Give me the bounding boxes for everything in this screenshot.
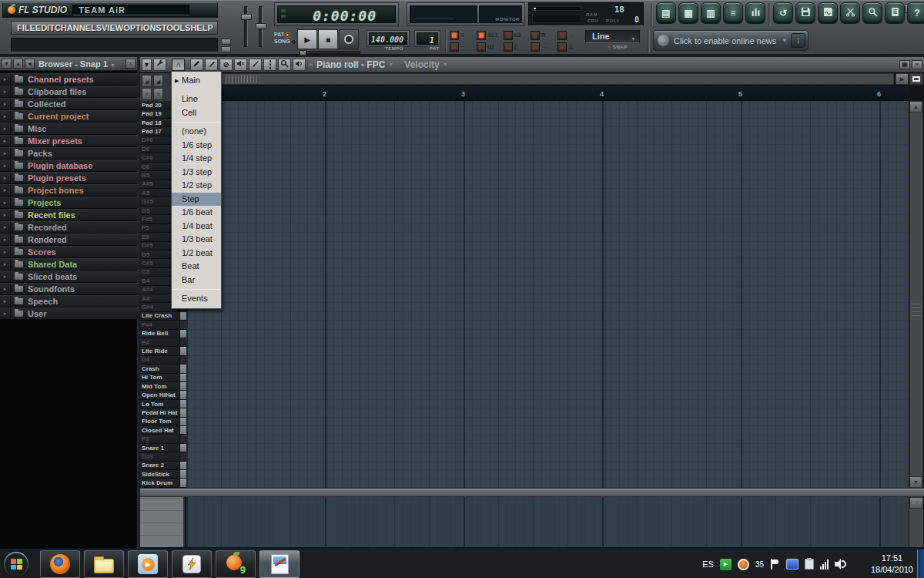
- hint-keyboard-icon[interactable]: [221, 39, 231, 45]
- menu-channels[interactable]: CHANNELS: [55, 23, 102, 32]
- master-volume-track[interactable]: [244, 6, 248, 47]
- wrench-button[interactable]: [153, 59, 166, 71]
- news-dropdown-icon[interactable]: ▼: [782, 37, 788, 44]
- browser-item-plugin-presets[interactable]: ▸Plugin presets: [0, 172, 139, 183]
- expand-arrow-icon[interactable]: ▸: [0, 298, 10, 304]
- key-mid-tom[interactable]: Mid Tom: [140, 382, 186, 391]
- browser-item-scores[interactable]: ▸Scores: [0, 246, 139, 257]
- key-floor-tom[interactable]: Floor Tom: [140, 418, 186, 426]
- taskbar-app-paint[interactable]: [259, 550, 300, 578]
- key-f-4[interactable]: F#4: [140, 321, 186, 329]
- global-snap-selector[interactable]: Line ▼: [585, 30, 640, 43]
- recording-options-toggle[interactable]: ~: [450, 42, 476, 52]
- snap-menu-item-step[interactable]: ›Step: [172, 193, 221, 207]
- tray-clipboard-icon[interactable]: [805, 559, 814, 570]
- playback-button[interactable]: [293, 59, 306, 71]
- expand-arrow-icon[interactable]: ▸: [0, 113, 10, 119]
- taskbar-app-media-player[interactable]: ▶: [128, 550, 168, 578]
- dropdown-button[interactable]: ▼: [142, 59, 152, 71]
- browser-item-soundfonts[interactable]: ▸Soundfonts: [0, 283, 139, 294]
- key-crash[interactable]: Crash: [140, 365, 186, 373]
- taskbar-app-fl-studio-9[interactable]: 9: [216, 550, 256, 578]
- step-edit-toggle[interactable]: ↔: [557, 30, 584, 41]
- step-sequencer-button[interactable]: ▦: [678, 2, 698, 24]
- browser-close-button[interactable]: ×: [126, 59, 136, 69]
- expand-arrow-icon[interactable]: ▸: [0, 200, 10, 206]
- key-pedal-hi-hat[interactable]: Pedal Hi Hat: [140, 408, 186, 417]
- mixer-button[interactable]: [745, 2, 765, 24]
- blend-notes-toggle[interactable]: ʃ: [504, 42, 530, 52]
- play-button[interactable]: ▶: [297, 29, 317, 49]
- scroll-right-button[interactable]: ▶: [896, 73, 909, 85]
- menu-view[interactable]: VIEW: [102, 23, 123, 32]
- browser-item-rendered[interactable]: ▸Rendered: [0, 234, 139, 245]
- taskbar-app-explorer[interactable]: [84, 550, 124, 578]
- browser-item-misc[interactable]: ▸Misc: [0, 123, 139, 134]
- expand-arrow-icon[interactable]: ▸: [0, 76, 10, 82]
- expand-arrow-icon[interactable]: ▸: [0, 101, 10, 107]
- show-desktop-button[interactable]: [917, 549, 924, 578]
- browser-item-speech[interactable]: ▸Speech: [0, 295, 139, 307]
- snap-menu-item-1-2-step[interactable]: ›1/2 step: [172, 179, 221, 193]
- slice-button[interactable]: [249, 59, 262, 71]
- expand-arrow-icon[interactable]: ▸: [0, 138, 10, 144]
- key-open-hihat[interactable]: Open HiHat: [140, 391, 186, 399]
- key-ride-bell[interactable]: Ride Bell: [140, 330, 186, 338]
- expand-arrow-icon[interactable]: ▸: [0, 261, 10, 267]
- menu-help[interactable]: HELP: [190, 23, 213, 32]
- expand-arrow-icon[interactable]: ▸: [0, 311, 10, 317]
- menu-options[interactable]: OPTIONS: [123, 23, 162, 32]
- wait-for-input-toggle[interactable]: Ш: [477, 42, 503, 52]
- scroll-follow-toggle[interactable]: →: [531, 42, 557, 52]
- expand-arrow-icon[interactable]: ▸: [0, 89, 10, 95]
- magnet-button[interactable]: ∩: [172, 59, 185, 71]
- note-grid[interactable]: [186, 101, 909, 488]
- browser-item-clipboard-files[interactable]: ▸Clipboard files: [0, 86, 139, 97]
- browser-item-shared-data[interactable]: ▸Shared Data: [0, 258, 139, 270]
- edison-button[interactable]: [840, 2, 860, 24]
- volume-icon[interactable]: [835, 559, 847, 570]
- master-volume-handle[interactable]: [241, 14, 252, 20]
- typing-keyboard-toggle[interactable]: ≡: [450, 30, 476, 41]
- key-f3[interactable]: F3: [140, 435, 186, 443]
- online-news-bar[interactable]: Click to enable online news ▼ ↓: [653, 30, 808, 51]
- browser-item-packs[interactable]: ▸Packs: [0, 147, 139, 159]
- vertical-scrollbar-thumb[interactable]: [911, 300, 922, 320]
- metronome-toggle[interactable]: Ш: [504, 30, 530, 41]
- multilink-controllers-toggle[interactable]: ⊥: [557, 42, 584, 52]
- expand-arrow-icon[interactable]: ▸: [0, 237, 10, 243]
- lane-collapse-button[interactable]: −: [909, 497, 923, 509]
- velocity-grid[interactable]: [186, 497, 909, 547]
- expand-arrow-icon[interactable]: ▸: [0, 274, 10, 280]
- snap-menu-item-1-4-step[interactable]: ›1/4 step: [172, 152, 221, 166]
- tray-green-play-icon[interactable]: ▶: [720, 559, 732, 570]
- key-lite-ride[interactable]: Lite Ride: [140, 347, 186, 355]
- time-display[interactable]: 0:00:00: [277, 5, 396, 23]
- countdown-toggle[interactable]: 321: [477, 30, 503, 41]
- taskbar-app-winamp[interactable]: [172, 550, 212, 578]
- expand-arrow-icon[interactable]: ▸: [0, 187, 10, 193]
- piano-roll-button[interactable]: ▥: [701, 2, 721, 24]
- tray-number[interactable]: 35: [755, 560, 764, 569]
- snap-menu-item-beat[interactable]: ›Beat: [172, 260, 221, 274]
- key-snare-1[interactable]: Snare 1: [140, 444, 186, 452]
- snap-menu-item-1-2-beat[interactable]: ›1/2 beat: [172, 247, 221, 260]
- browser-item-mixer-presets[interactable]: ▸Mixer presets: [0, 135, 139, 146]
- horizontal-scrollbar[interactable]: [186, 73, 894, 85]
- expand-arrow-icon[interactable]: ▸: [0, 249, 10, 255]
- key-closed-hat[interactable]: Closed Hat: [140, 426, 186, 435]
- key-hi-tom[interactable]: Hi Tom: [140, 374, 186, 382]
- taskbar-app-firefox[interactable]: [40, 550, 80, 578]
- browser-item-channel-presets[interactable]: ▸Channel presets: [0, 73, 139, 85]
- output-monitor[interactable]: MONITOR: [479, 5, 522, 23]
- save-as-wave-button[interactable]: [818, 2, 838, 24]
- snap-menu-item-cell[interactable]: ›Cell: [172, 106, 221, 120]
- pattern-display[interactable]: 1: [417, 32, 438, 45]
- menu-file[interactable]: FILE: [17, 23, 35, 32]
- key-kick-drum[interactable]: Kick Drum: [140, 479, 186, 487]
- help-button[interactable]: ?: [907, 2, 924, 24]
- snap-menu-item-1-3-beat[interactable]: ›1/3 beat: [172, 233, 221, 247]
- find-button[interactable]: [862, 2, 882, 24]
- record-button[interactable]: [339, 29, 359, 49]
- snap-menu-item-bar[interactable]: ›Bar: [172, 274, 221, 287]
